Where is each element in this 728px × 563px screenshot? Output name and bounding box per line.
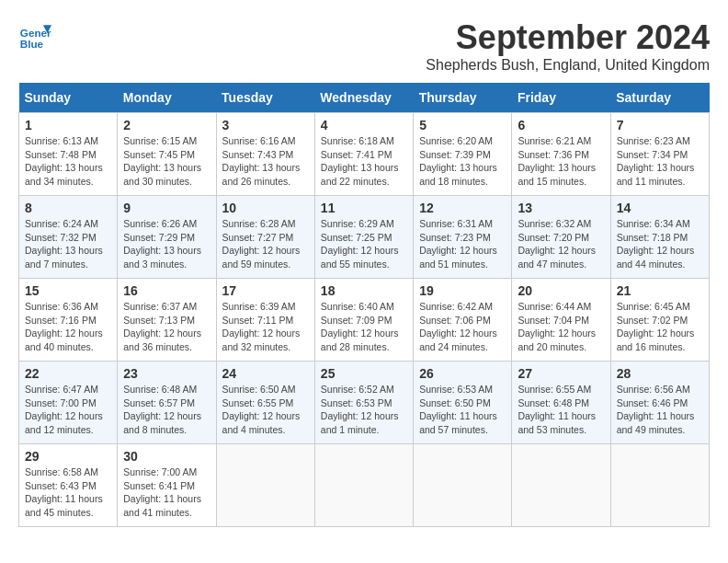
calendar-cell: 9Sunrise: 6:26 AMSunset: 7:29 PMDaylight…	[118, 196, 216, 279]
calendar-cell: 29Sunrise: 6:58 AMSunset: 6:43 PMDayligh…	[19, 444, 118, 527]
calendar-cell: 14Sunrise: 6:34 AMSunset: 7:18 PMDayligh…	[610, 196, 709, 279]
day-number: 29	[25, 449, 111, 464]
day-detail: Sunrise: 6:29 AMSunset: 7:25 PMDaylight:…	[321, 217, 407, 271]
calendar-cell: 2Sunrise: 6:15 AMSunset: 7:45 PMDaylight…	[118, 113, 216, 196]
calendar-cell: 1Sunrise: 6:13 AMSunset: 7:48 PMDaylight…	[19, 113, 118, 196]
day-detail: Sunrise: 6:24 AMSunset: 7:32 PMDaylight:…	[25, 217, 111, 271]
weekday-header-row: SundayMondayTuesdayWednesdayThursdayFrid…	[19, 83, 710, 113]
day-detail: Sunrise: 6:40 AMSunset: 7:09 PMDaylight:…	[321, 300, 407, 354]
day-number: 19	[419, 283, 506, 298]
calendar-week-row: 8Sunrise: 6:24 AMSunset: 7:32 PMDaylight…	[19, 196, 710, 279]
day-detail: Sunrise: 6:32 AMSunset: 7:20 PMDaylight:…	[518, 217, 604, 271]
day-detail: Sunrise: 6:28 AMSunset: 7:27 PMDaylight:…	[222, 217, 309, 271]
day-number: 10	[222, 201, 309, 215]
day-detail: Sunrise: 6:48 AMSunset: 6:57 PMDaylight:…	[123, 383, 210, 437]
day-number: 2	[123, 118, 210, 132]
day-number: 27	[518, 366, 604, 381]
calendar-week-row: 22Sunrise: 6:47 AMSunset: 7:00 PMDayligh…	[19, 362, 710, 444]
day-number: 17	[222, 283, 309, 298]
calendar-week-row: 15Sunrise: 6:36 AMSunset: 7:16 PMDayligh…	[19, 279, 710, 362]
calendar-cell	[512, 444, 610, 527]
day-number: 9	[123, 201, 210, 215]
month-title: September 2024	[426, 18, 710, 57]
day-number: 23	[123, 366, 210, 381]
weekday-header-wednesday: Wednesday	[314, 83, 413, 113]
day-number: 26	[419, 366, 506, 381]
calendar-week-row: 1Sunrise: 6:13 AMSunset: 7:48 PMDaylight…	[19, 113, 710, 196]
day-number: 30	[123, 449, 210, 464]
day-detail: Sunrise: 6:23 AMSunset: 7:34 PMDaylight:…	[617, 134, 703, 189]
page-header: General Blue September 2024 Shepherds Bu…	[18, 18, 710, 74]
day-number: 20	[518, 283, 604, 298]
day-detail: Sunrise: 6:53 AMSunset: 6:50 PMDaylight:…	[419, 383, 506, 437]
calendar-cell: 13Sunrise: 6:32 AMSunset: 7:20 PMDayligh…	[512, 196, 610, 279]
day-number: 24	[222, 366, 309, 381]
calendar-week-row: 29Sunrise: 6:58 AMSunset: 6:43 PMDayligh…	[19, 444, 710, 527]
logo: General Blue	[18, 18, 51, 52]
calendar-cell: 10Sunrise: 6:28 AMSunset: 7:27 PMDayligh…	[216, 196, 314, 279]
day-number: 5	[419, 118, 506, 132]
day-number: 25	[321, 366, 407, 381]
day-detail: Sunrise: 6:47 AMSunset: 7:00 PMDaylight:…	[25, 383, 111, 437]
weekday-header-tuesday: Tuesday	[216, 83, 314, 113]
day-number: 4	[321, 118, 407, 132]
title-area: September 2024 Shepherds Bush, England, …	[426, 18, 710, 74]
day-detail: Sunrise: 6:34 AMSunset: 7:18 PMDaylight:…	[617, 217, 703, 271]
day-number: 22	[25, 366, 111, 381]
calendar-cell: 23Sunrise: 6:48 AMSunset: 6:57 PMDayligh…	[118, 362, 216, 444]
calendar-cell: 8Sunrise: 6:24 AMSunset: 7:32 PMDaylight…	[19, 196, 118, 279]
day-number: 18	[321, 283, 407, 298]
day-detail: Sunrise: 6:20 AMSunset: 7:39 PMDaylight:…	[419, 134, 506, 189]
weekday-header-saturday: Saturday	[610, 83, 709, 113]
calendar-cell: 27Sunrise: 6:55 AMSunset: 6:48 PMDayligh…	[512, 362, 610, 444]
calendar-cell: 6Sunrise: 6:21 AMSunset: 7:36 PMDaylight…	[512, 113, 610, 196]
day-number: 1	[25, 118, 111, 132]
day-detail: Sunrise: 6:21 AMSunset: 7:36 PMDaylight:…	[518, 134, 604, 189]
weekday-header-thursday: Thursday	[414, 83, 512, 113]
day-detail: Sunrise: 6:16 AMSunset: 7:43 PMDaylight:…	[222, 134, 309, 189]
day-number: 28	[617, 366, 703, 381]
calendar-cell: 26Sunrise: 6:53 AMSunset: 6:50 PMDayligh…	[414, 362, 512, 444]
day-number: 13	[518, 201, 604, 215]
day-detail: Sunrise: 7:00 AMSunset: 6:41 PMDaylight:…	[123, 465, 210, 520]
day-detail: Sunrise: 6:50 AMSunset: 6:55 PMDaylight:…	[222, 383, 309, 437]
day-detail: Sunrise: 6:15 AMSunset: 7:45 PMDaylight:…	[123, 134, 210, 189]
day-number: 8	[25, 201, 111, 215]
day-detail: Sunrise: 6:36 AMSunset: 7:16 PMDaylight:…	[25, 300, 111, 354]
calendar-cell: 25Sunrise: 6:52 AMSunset: 6:53 PMDayligh…	[314, 362, 413, 444]
day-detail: Sunrise: 6:18 AMSunset: 7:41 PMDaylight:…	[321, 134, 407, 189]
day-number: 14	[617, 201, 703, 215]
calendar-cell: 15Sunrise: 6:36 AMSunset: 7:16 PMDayligh…	[19, 279, 118, 362]
day-detail: Sunrise: 6:55 AMSunset: 6:48 PMDaylight:…	[518, 383, 604, 437]
weekday-header-sunday: Sunday	[19, 83, 118, 113]
day-detail: Sunrise: 6:52 AMSunset: 6:53 PMDaylight:…	[321, 383, 407, 437]
day-detail: Sunrise: 6:37 AMSunset: 7:13 PMDaylight:…	[123, 300, 210, 354]
day-detail: Sunrise: 6:39 AMSunset: 7:11 PMDaylight:…	[222, 300, 309, 354]
calendar-cell: 24Sunrise: 6:50 AMSunset: 6:55 PMDayligh…	[216, 362, 314, 444]
day-detail: Sunrise: 6:13 AMSunset: 7:48 PMDaylight:…	[25, 134, 111, 189]
weekday-header-monday: Monday	[118, 83, 216, 113]
day-detail: Sunrise: 6:31 AMSunset: 7:23 PMDaylight:…	[419, 217, 506, 271]
calendar-cell: 7Sunrise: 6:23 AMSunset: 7:34 PMDaylight…	[610, 113, 709, 196]
logo-icon: General Blue	[18, 18, 51, 52]
calendar-cell: 20Sunrise: 6:44 AMSunset: 7:04 PMDayligh…	[512, 279, 610, 362]
day-number: 16	[123, 283, 210, 298]
location-title: Shepherds Bush, England, United Kingdom	[426, 57, 710, 74]
calendar-cell: 21Sunrise: 6:45 AMSunset: 7:02 PMDayligh…	[610, 279, 709, 362]
day-number: 7	[617, 118, 703, 132]
calendar-cell: 5Sunrise: 6:20 AMSunset: 7:39 PMDaylight…	[414, 113, 512, 196]
calendar-cell: 11Sunrise: 6:29 AMSunset: 7:25 PMDayligh…	[314, 196, 413, 279]
day-detail: Sunrise: 6:26 AMSunset: 7:29 PMDaylight:…	[123, 217, 210, 271]
calendar-cell: 22Sunrise: 6:47 AMSunset: 7:00 PMDayligh…	[19, 362, 118, 444]
day-number: 11	[321, 201, 407, 215]
day-detail: Sunrise: 6:58 AMSunset: 6:43 PMDaylight:…	[25, 465, 111, 520]
weekday-header-friday: Friday	[512, 83, 610, 113]
calendar-cell: 17Sunrise: 6:39 AMSunset: 7:11 PMDayligh…	[216, 279, 314, 362]
calendar-cell: 28Sunrise: 6:56 AMSunset: 6:46 PMDayligh…	[610, 362, 709, 444]
day-number: 3	[222, 118, 309, 132]
day-number: 21	[617, 283, 703, 298]
calendar-cell: 18Sunrise: 6:40 AMSunset: 7:09 PMDayligh…	[314, 279, 413, 362]
calendar-cell: 16Sunrise: 6:37 AMSunset: 7:13 PMDayligh…	[118, 279, 216, 362]
svg-text:Blue: Blue	[20, 38, 44, 50]
calendar-cell: 4Sunrise: 6:18 AMSunset: 7:41 PMDaylight…	[314, 113, 413, 196]
